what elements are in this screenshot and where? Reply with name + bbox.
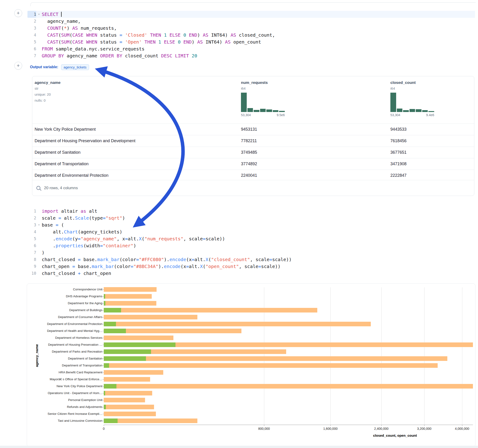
code-line[interactable]: 7): [27, 249, 475, 256]
code-line-text[interactable]: ): [42, 249, 44, 256]
y-axis-tick: [103, 296, 104, 297]
code-line[interactable]: 10chart_closed + chart_open: [27, 270, 475, 277]
code-line[interactable]: 3▾base = (: [27, 221, 475, 228]
search-icon[interactable]: [37, 186, 40, 190]
column-header-agency_name[interactable]: agency_namestrunique: 20nulls: 0: [35, 76, 60, 102]
histogram-bar: [279, 111, 285, 112]
histogram-bar: [273, 110, 278, 112]
histogram-bar: [260, 109, 266, 112]
fold-spacer: [36, 249, 42, 256]
line-number: 7: [27, 249, 36, 256]
y-axis-label: Operations Unit - Department of Hom…: [48, 390, 102, 397]
line-number: 5: [27, 235, 36, 242]
code-line[interactable]: 1▾SELECT: [27, 11, 475, 18]
y-axis-label: Personal Exemption Unit: [68, 397, 102, 404]
bar-closed: [104, 384, 473, 389]
page-bottom-strip: [0, 446, 478, 448]
histogram-max: 9.5e6: [277, 113, 285, 117]
table-cell: 7618456: [390, 135, 407, 147]
column-histogram: [390, 93, 434, 112]
code-line-text[interactable]: FROM sample_data.nyc.service_requests: [42, 45, 145, 52]
table-cell: 7782211: [241, 135, 257, 147]
bar-open: [104, 308, 121, 312]
line-number: 2: [27, 215, 36, 221]
bar-open: [104, 356, 146, 361]
code-line-text[interactable]: base = (: [42, 221, 64, 228]
code-line[interactable]: 7GROUP BY agency_name ORDER BY closed_co…: [27, 52, 475, 59]
code-line-text[interactable]: CAST(SUM(CASE WHEN status = 'Closed' THE…: [42, 31, 275, 38]
column-type: i64: [241, 87, 285, 90]
bar-closed: [104, 405, 154, 409]
bar-closed: [104, 391, 152, 395]
code-line-text[interactable]: chart_closed = base.mark_bar(color="#FFC…: [42, 256, 292, 263]
histogram-bar: [241, 93, 247, 112]
code-line-text[interactable]: agency_name,: [42, 18, 81, 25]
output-variable-chip[interactable]: agency_tickets: [61, 64, 89, 70]
x-axis-tick-label: 0: [103, 427, 105, 430]
code-line[interactable]: 4 CAST(SUM(CASE WHEN status = 'Closed' T…: [27, 31, 475, 38]
histogram-bar: [266, 109, 272, 112]
y-axis-label: Department of Environmental Protection: [47, 321, 102, 328]
code-line[interactable]: 4 alt.Chart(agency_tickets): [27, 228, 475, 235]
y-axis-tick: [103, 400, 104, 400]
line-number: 5: [27, 38, 36, 45]
output-variable-label: Output variable:: [30, 65, 58, 69]
histogram-range: 53,3049.5e6: [241, 113, 285, 117]
code-line-text[interactable]: GROUP BY agency_name ORDER BY closed_cou…: [42, 52, 197, 59]
fold-spacer: [36, 18, 42, 25]
fold-spacer: [36, 263, 42, 270]
gridline: [381, 287, 382, 425]
code-line-text[interactable]: .properties(width="container"): [42, 242, 136, 249]
column-meta: unique: 20: [35, 92, 60, 96]
column-header-num_requests[interactable]: num_requestsi6453,3049.5e6: [241, 76, 285, 117]
fold-spacer: [36, 208, 42, 215]
column-header-closed_count[interactable]: closed_counti6453,3049.4e6: [390, 76, 434, 117]
code-line-text[interactable]: .encode(y="agency_name", x=alt.X("num_re…: [42, 235, 225, 242]
code-line[interactable]: 8chart_closed = base.mark_bar(color="#FF…: [27, 256, 475, 263]
line-number: 6: [27, 45, 36, 52]
fold-spacer: [36, 215, 42, 221]
sql-code-cell[interactable]: 1▾SELECT 2 agency_name,3 COUNT(*) AS num…: [27, 11, 475, 59]
fold-chevron-icon[interactable]: ▾: [36, 221, 42, 228]
code-line[interactable]: 3 COUNT(*) AS num_requests,: [27, 25, 475, 31]
table-header: agency_namestrunique: 20nulls: 0num_requ…: [32, 76, 474, 124]
code-line[interactable]: 5 CAST(SUM(CASE WHEN status = 'Open' THE…: [27, 38, 475, 45]
code-line[interactable]: 2 agency_name,: [27, 18, 475, 25]
x-axis-tick-label: 2,400,000: [374, 427, 389, 430]
gridline: [330, 287, 331, 425]
code-line[interactable]: 2scale = alt.Scale(type="sqrt"): [27, 215, 475, 221]
line-number: 2: [27, 18, 36, 25]
code-line-text[interactable]: COUNT(*) AS num_requests,: [42, 25, 117, 31]
y-axis-label: Taxi and Limousine Commission: [58, 417, 102, 424]
code-line-text[interactable]: SELECT: [42, 11, 62, 18]
x-axis-tick-label: 800,000: [258, 427, 270, 430]
code-line-text[interactable]: alt.Chart(agency_tickets): [42, 228, 122, 235]
y-axis-label: Department of Health and Mental Hyg…: [47, 328, 102, 334]
code-line-text[interactable]: chart_open = base.mark_bar(color="#8BC34…: [42, 263, 281, 270]
code-line[interactable]: 9chart_open = base.mark_bar(color="#8BC3…: [27, 263, 475, 270]
code-line[interactable]: 5 .encode(y="agency_name", x=alt.X("num_…: [27, 235, 475, 242]
code-line-text[interactable]: import altair as alt: [42, 208, 97, 215]
y-axis-label: HRA Benefit Card Replacement: [59, 369, 102, 376]
cell-top-border: [31, 2, 476, 6]
code-line[interactable]: 1import altair as alt: [27, 208, 475, 215]
python-code-cell[interactable]: 1import altair as alt2scale = alt.Scale(…: [27, 208, 475, 277]
add-cell-button-middle[interactable]: +: [14, 62, 22, 70]
table-row: Department of Transportation377489234719…: [32, 158, 474, 170]
y-axis-tick: [103, 289, 104, 290]
histogram-bar: [422, 110, 428, 112]
fold-spacer: [36, 38, 42, 45]
code-line-text[interactable]: CAST(SUM(CASE WHEN status = 'Open' THEN …: [42, 38, 261, 45]
code-line-text[interactable]: chart_closed + chart_open: [42, 270, 111, 277]
histogram-min: 53,304: [241, 113, 251, 117]
bar-closed: [104, 363, 438, 368]
add-cell-button-top[interactable]: +: [14, 9, 22, 17]
histogram-bar: [409, 109, 415, 112]
code-line[interactable]: 6 .properties(width="container"): [27, 242, 475, 249]
bar-closed: [104, 322, 371, 326]
code-line-text[interactable]: scale = alt.Scale(type="sqrt"): [42, 215, 125, 221]
code-line[interactable]: 6FROM sample_data.nyc.service_requests: [27, 45, 475, 52]
fold-chevron-icon[interactable]: ▾: [36, 11, 42, 18]
bar-open: [104, 418, 118, 423]
bar-open: [104, 342, 176, 347]
